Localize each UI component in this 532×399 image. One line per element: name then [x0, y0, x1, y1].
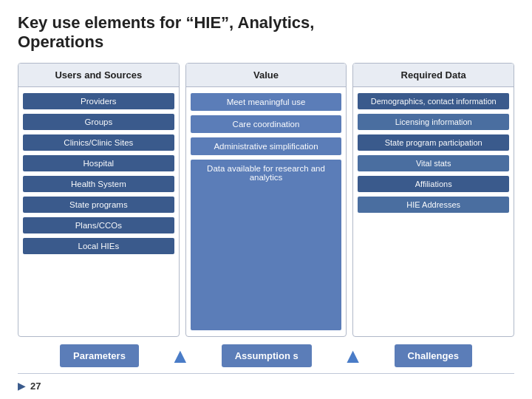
right-column: Required Data Demographics, contact info…: [352, 63, 514, 337]
list-item: Hospital: [23, 155, 174, 171]
list-item: Providers: [23, 93, 174, 109]
arrow-right-icon2: ▲: [343, 346, 364, 366]
mid-column: Value Meet meaningful use Care coordinat…: [185, 63, 347, 337]
list-item: Administrative simplification: [191, 137, 342, 155]
bottom-row: Parameters ▲ Assumption s ▲ Challenges: [18, 344, 514, 367]
list-item: Licensing information: [358, 114, 509, 130]
left-col-body: Providers Groups Clinics/Clinic Sites Ho…: [18, 87, 179, 336]
challenges-box: Challenges: [395, 344, 472, 367]
main-content: Users and Sources Providers Groups Clini…: [18, 63, 514, 392]
list-item: Health System: [23, 176, 174, 192]
list-item: Affiliations: [358, 176, 509, 192]
assumptions-box: Assumption s: [222, 344, 312, 367]
list-item: Vital stats: [358, 155, 509, 171]
slide-number: 27: [30, 381, 41, 392]
list-item: Care coordination: [191, 115, 342, 133]
list-item: Demographics, contact information: [358, 93, 509, 109]
right-col-body: Demographics, contact information Licens…: [353, 87, 514, 336]
columns-area: Users and Sources Providers Groups Clini…: [18, 63, 514, 337]
list-item: State programs: [23, 197, 174, 213]
list-item: Groups: [23, 114, 174, 130]
list-item: HIE Addresses: [358, 197, 509, 213]
footer: ▶ 27: [18, 373, 514, 392]
list-item: Local HIEs: [23, 238, 174, 254]
footer-arrow-icon: ▶: [18, 380, 26, 392]
list-item: Plans/CCOs: [23, 217, 174, 233]
list-item: State program participation: [358, 134, 509, 151]
list-item: Clinics/Clinic Sites: [23, 134, 174, 151]
mid-col-header: Value: [186, 64, 347, 87]
page: Key use elements for “HIE”, Analytics, O…: [0, 0, 532, 399]
left-col-header: Users and Sources: [18, 64, 179, 87]
mid-col-body: Meet meaningful use Care coordination Ad…: [186, 87, 347, 336]
parameters-box: Parameters: [60, 344, 139, 367]
arrow-right-icon: ▲: [170, 346, 191, 366]
page-title: Key use elements for “HIE”, Analytics, O…: [18, 13, 514, 52]
left-column: Users and Sources Providers Groups Clini…: [18, 63, 180, 337]
list-item: Meet meaningful use: [191, 93, 342, 111]
list-item: Data available for research and analytic…: [191, 160, 342, 330]
right-col-header: Required Data: [353, 64, 514, 87]
